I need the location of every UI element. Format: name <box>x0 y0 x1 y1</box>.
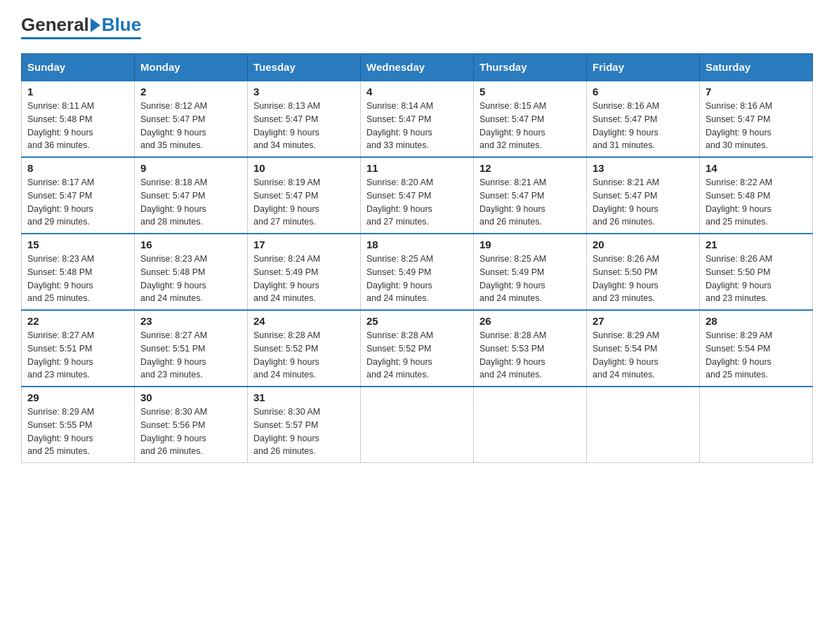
day-number: 5 <box>479 86 581 98</box>
col-header-tuesday: Tuesday <box>248 54 361 81</box>
calendar-cell: 18 Sunrise: 8:25 AM Sunset: 5:49 PM Dayl… <box>361 234 474 310</box>
calendar-week-row: 29 Sunrise: 8:29 AM Sunset: 5:55 PM Dayl… <box>22 387 813 463</box>
calendar-cell: 5 Sunrise: 8:15 AM Sunset: 5:47 PM Dayli… <box>474 81 587 157</box>
calendar-cell: 17 Sunrise: 8:24 AM Sunset: 5:49 PM Dayl… <box>248 234 361 310</box>
day-number: 23 <box>140 315 241 327</box>
day-number: 10 <box>253 162 355 174</box>
calendar-cell: 7 Sunrise: 8:16 AM Sunset: 5:47 PM Dayli… <box>700 81 813 157</box>
logo-underline <box>21 37 141 39</box>
calendar-cell: 4 Sunrise: 8:14 AM Sunset: 5:47 PM Dayli… <box>361 81 474 157</box>
day-number: 25 <box>366 315 468 327</box>
day-number: 8 <box>27 162 128 174</box>
day-number: 2 <box>140 86 241 98</box>
day-number: 12 <box>479 162 581 174</box>
day-number: 7 <box>706 86 807 98</box>
day-info: Sunrise: 8:28 AM Sunset: 5:52 PM Dayligh… <box>366 329 468 382</box>
day-number: 30 <box>140 391 241 403</box>
day-number: 31 <box>253 391 355 403</box>
day-info: Sunrise: 8:25 AM Sunset: 5:49 PM Dayligh… <box>479 253 581 305</box>
day-info: Sunrise: 8:21 AM Sunset: 5:47 PM Dayligh… <box>593 176 694 229</box>
day-info: Sunrise: 8:16 AM Sunset: 5:47 PM Dayligh… <box>706 100 807 152</box>
col-header-thursday: Thursday <box>474 54 587 81</box>
calendar-table: SundayMondayTuesdayWednesdayThursdayFrid… <box>21 53 813 463</box>
day-number: 6 <box>593 86 694 98</box>
day-info: Sunrise: 8:19 AM Sunset: 5:47 PM Dayligh… <box>253 176 355 229</box>
calendar-cell: 2 Sunrise: 8:12 AM Sunset: 5:47 PM Dayli… <box>135 81 248 157</box>
day-info: Sunrise: 8:18 AM Sunset: 5:47 PM Dayligh… <box>140 176 241 229</box>
calendar-cell: 22 Sunrise: 8:27 AM Sunset: 5:51 PM Dayl… <box>22 310 135 387</box>
calendar-cell <box>700 387 813 463</box>
day-info: Sunrise: 8:24 AM Sunset: 5:49 PM Dayligh… <box>253 253 355 305</box>
calendar-cell: 12 Sunrise: 8:21 AM Sunset: 5:47 PM Dayl… <box>474 157 587 234</box>
day-number: 28 <box>706 315 807 327</box>
day-info: Sunrise: 8:29 AM Sunset: 5:54 PM Dayligh… <box>706 329 807 382</box>
calendar-cell: 1 Sunrise: 8:11 AM Sunset: 5:48 PM Dayli… <box>22 81 135 157</box>
calendar-cell <box>587 387 700 463</box>
day-info: Sunrise: 8:22 AM Sunset: 5:48 PM Dayligh… <box>706 176 807 229</box>
day-info: Sunrise: 8:28 AM Sunset: 5:52 PM Dayligh… <box>253 329 355 382</box>
calendar-cell: 29 Sunrise: 8:29 AM Sunset: 5:55 PM Dayl… <box>22 387 135 463</box>
day-number: 11 <box>366 162 468 174</box>
day-number: 29 <box>27 391 128 403</box>
col-header-monday: Monday <box>135 54 248 81</box>
calendar-cell: 10 Sunrise: 8:19 AM Sunset: 5:47 PM Dayl… <box>248 157 361 234</box>
calendar-week-row: 22 Sunrise: 8:27 AM Sunset: 5:51 PM Dayl… <box>22 310 813 387</box>
day-number: 24 <box>253 315 355 327</box>
calendar-cell: 27 Sunrise: 8:29 AM Sunset: 5:54 PM Dayl… <box>587 310 700 387</box>
day-number: 19 <box>479 239 581 250</box>
calendar-header-row: SundayMondayTuesdayWednesdayThursdayFrid… <box>22 54 813 81</box>
day-info: Sunrise: 8:15 AM Sunset: 5:47 PM Dayligh… <box>479 100 581 152</box>
day-number: 4 <box>366 86 468 98</box>
calendar-cell: 16 Sunrise: 8:23 AM Sunset: 5:48 PM Dayl… <box>135 234 248 310</box>
calendar-cell: 26 Sunrise: 8:28 AM Sunset: 5:53 PM Dayl… <box>474 310 587 387</box>
col-header-sunday: Sunday <box>22 54 135 81</box>
calendar-cell: 23 Sunrise: 8:27 AM Sunset: 5:51 PM Dayl… <box>135 310 248 387</box>
day-number: 22 <box>27 315 128 327</box>
day-number: 17 <box>253 239 355 250</box>
day-info: Sunrise: 8:30 AM Sunset: 5:56 PM Dayligh… <box>140 405 241 458</box>
logo: General Blue <box>21 14 141 39</box>
day-info: Sunrise: 8:30 AM Sunset: 5:57 PM Dayligh… <box>253 405 355 458</box>
day-number: 16 <box>140 239 241 250</box>
day-number: 3 <box>253 86 355 98</box>
calendar-cell: 31 Sunrise: 8:30 AM Sunset: 5:57 PM Dayl… <box>248 387 361 463</box>
calendar-cell: 14 Sunrise: 8:22 AM Sunset: 5:48 PM Dayl… <box>700 157 813 234</box>
day-number: 15 <box>27 239 128 250</box>
calendar-cell: 3 Sunrise: 8:13 AM Sunset: 5:47 PM Dayli… <box>248 81 361 157</box>
calendar-cell: 24 Sunrise: 8:28 AM Sunset: 5:52 PM Dayl… <box>248 310 361 387</box>
day-info: Sunrise: 8:21 AM Sunset: 5:47 PM Dayligh… <box>479 176 581 229</box>
calendar-cell: 9 Sunrise: 8:18 AM Sunset: 5:47 PM Dayli… <box>135 157 248 234</box>
col-header-friday: Friday <box>587 54 700 81</box>
day-number: 9 <box>140 162 241 174</box>
calendar-cell: 25 Sunrise: 8:28 AM Sunset: 5:52 PM Dayl… <box>361 310 474 387</box>
day-info: Sunrise: 8:27 AM Sunset: 5:51 PM Dayligh… <box>27 329 128 382</box>
calendar-cell <box>474 387 587 463</box>
day-info: Sunrise: 8:26 AM Sunset: 5:50 PM Dayligh… <box>706 253 807 305</box>
day-info: Sunrise: 8:23 AM Sunset: 5:48 PM Dayligh… <box>140 253 241 305</box>
day-info: Sunrise: 8:27 AM Sunset: 5:51 PM Dayligh… <box>140 329 241 382</box>
page-header: General Blue <box>21 14 813 39</box>
day-info: Sunrise: 8:29 AM Sunset: 5:55 PM Dayligh… <box>27 405 128 458</box>
day-number: 1 <box>27 86 128 98</box>
day-info: Sunrise: 8:26 AM Sunset: 5:50 PM Dayligh… <box>593 253 694 305</box>
day-info: Sunrise: 8:12 AM Sunset: 5:47 PM Dayligh… <box>140 100 241 152</box>
col-header-wednesday: Wednesday <box>361 54 474 81</box>
day-info: Sunrise: 8:25 AM Sunset: 5:49 PM Dayligh… <box>366 253 468 305</box>
day-number: 18 <box>366 239 468 250</box>
calendar-cell: 15 Sunrise: 8:23 AM Sunset: 5:48 PM Dayl… <box>22 234 135 310</box>
day-number: 14 <box>706 162 807 174</box>
calendar-cell: 30 Sunrise: 8:30 AM Sunset: 5:56 PM Dayl… <box>135 387 248 463</box>
day-info: Sunrise: 8:11 AM Sunset: 5:48 PM Dayligh… <box>27 100 128 152</box>
day-info: Sunrise: 8:20 AM Sunset: 5:47 PM Dayligh… <box>366 176 468 229</box>
col-header-saturday: Saturday <box>700 54 813 81</box>
calendar-week-row: 15 Sunrise: 8:23 AM Sunset: 5:48 PM Dayl… <box>22 234 813 310</box>
calendar-cell: 8 Sunrise: 8:17 AM Sunset: 5:47 PM Dayli… <box>22 157 135 234</box>
day-number: 21 <box>706 239 807 250</box>
day-number: 13 <box>593 162 694 174</box>
day-info: Sunrise: 8:16 AM Sunset: 5:47 PM Dayligh… <box>593 100 694 152</box>
calendar-cell: 19 Sunrise: 8:25 AM Sunset: 5:49 PM Dayl… <box>474 234 587 310</box>
calendar-cell <box>361 387 474 463</box>
day-number: 26 <box>479 315 581 327</box>
logo-arrow-icon <box>91 18 100 32</box>
day-info: Sunrise: 8:28 AM Sunset: 5:53 PM Dayligh… <box>479 329 581 382</box>
